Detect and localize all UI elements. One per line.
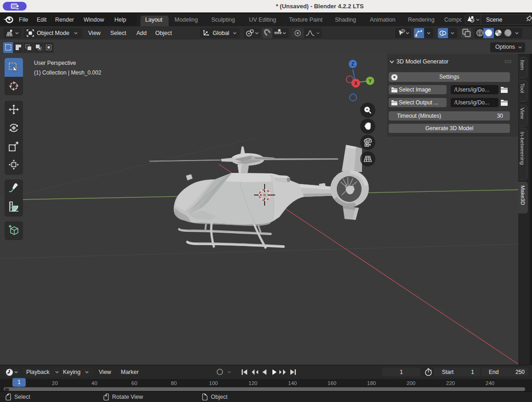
- svg-text:Z: Z: [351, 62, 354, 67]
- svg-text:X: X: [354, 81, 357, 86]
- svg-text:Y: Y: [368, 79, 372, 84]
